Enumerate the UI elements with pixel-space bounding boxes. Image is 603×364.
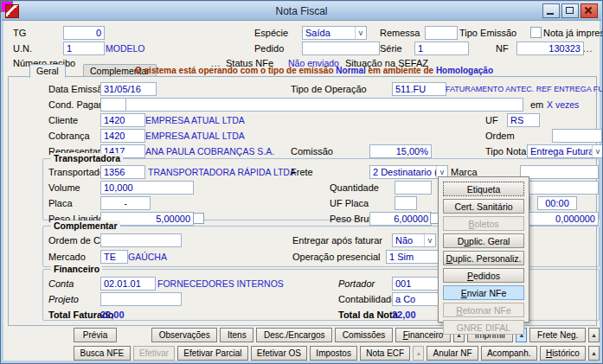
serie-field[interactable]: 1 — [414, 42, 469, 55]
cobranca-code-field[interactable]: 1420 — [100, 129, 145, 143]
uf-label: UF — [485, 115, 498, 126]
frete-neg-button[interactable]: Frete Neg. — [529, 328, 586, 342]
itens-button[interactable]: Itens — [220, 328, 253, 342]
popup-item-label: plic. Geral — [469, 236, 510, 246]
busca-nfe-button[interactable]: Busca NFE — [74, 346, 131, 361]
representante-name: ANA PAULA COBRANÇAS S.A. — [145, 146, 274, 157]
frete-neg-menu-arrow-icon[interactable]: ▲ — [588, 328, 600, 342]
popup-item-duplic-personaliz[interactable]: Duplic. Personaliz. — [443, 251, 524, 265]
conta-label: Conta — [48, 278, 74, 290]
historico-menu-arrow-icon[interactable]: ▲ — [588, 346, 600, 361]
popup-item-accel: R — [456, 305, 463, 316]
uf-field[interactable]: RS — [507, 113, 540, 127]
mercado-label: Mercado — [48, 252, 86, 263]
total-faturado-value: 22,00 — [100, 310, 125, 321]
popup-item-label: edidos — [473, 271, 500, 281]
maximize-button[interactable] — [561, 3, 579, 18]
projeto-field[interactable] — [100, 292, 182, 306]
impostos-button[interactable]: Impostos — [310, 346, 357, 361]
transportadora-name: TRANSPORTADORA RÁPIDA LTDA — [148, 167, 296, 178]
remessa-label: Remessa — [380, 28, 420, 39]
peso-liquido-checkbox[interactable] — [193, 213, 204, 224]
tab-geral[interactable]: Geral — [29, 64, 66, 78]
popup-item-duplic-geral[interactable]: Duplic. Geral — [443, 233, 524, 248]
tg-field[interactable]: 0 — [63, 26, 105, 40]
comissao-field[interactable]: 15,00% — [369, 144, 432, 158]
placa-field[interactable]: - — [100, 196, 151, 210]
transportadora-code-field[interactable]: 1356 — [100, 165, 145, 179]
close-button[interactable] — [581, 3, 598, 18]
tipo-nota-combobox[interactable]: Entrega Futura v — [527, 144, 603, 158]
volume-field[interactable]: 10,000 — [100, 181, 194, 195]
nota-ja-impressa-checkbox[interactable] — [530, 27, 542, 38]
cliente-code-field[interactable]: 1420 — [100, 113, 145, 127]
especie-combobox[interactable]: Saída v — [302, 26, 367, 40]
hora-field[interactable]: 00:00 — [537, 196, 577, 210]
anular-nf-button[interactable]: Anular NF — [427, 346, 478, 361]
previa-button[interactable]: Prévia — [74, 328, 117, 342]
conta-field[interactable]: 02.01.01 — [100, 277, 156, 291]
mercado-field[interactable]: TE — [100, 250, 128, 264]
popup-item-etiqueta[interactable]: Etiqueta — [443, 182, 524, 196]
popup-item-label: uplic. Personaliz. — [452, 253, 521, 264]
remessa-field[interactable] — [425, 26, 458, 40]
cond-pagamento-code-field[interactable] — [100, 98, 128, 112]
marca-field[interactable] — [520, 165, 599, 179]
ordem-compra-field[interactable] — [100, 233, 182, 247]
button-label: Efetivar Parcial — [183, 348, 241, 358]
mercado-desc: GAÚCHA — [128, 252, 167, 263]
placa-label: Placa — [48, 198, 73, 209]
nf-field[interactable]: 130323 — [516, 42, 584, 55]
button-label: Impostos — [316, 348, 351, 358]
chevron-down-icon[interactable]: v — [592, 145, 603, 157]
entregar-apos-faturar-label: Entregar após faturar — [292, 235, 382, 246]
em-label: em — [530, 99, 543, 111]
frete-combobox[interactable]: 2 Destinatario (FOB v — [369, 165, 448, 179]
quantidade-field[interactable] — [395, 181, 432, 195]
operacao-presencial-label: Operação presencial — [292, 252, 381, 263]
un-field[interactable]: 1 — [63, 42, 105, 55]
chevron-down-icon[interactable]: v — [355, 27, 366, 39]
desc-encargos-button[interactable]: Desc./Encargos — [256, 328, 332, 342]
popup-item-enviar-nfe[interactable]: Enviar NFe — [443, 285, 524, 300]
vezes-value: X vezes — [547, 99, 579, 111]
message-part1: O sistema está operando com o tipo de em… — [135, 66, 336, 75]
portador-field[interactable]: 001 — [392, 277, 444, 291]
uf-placa-field[interactable] — [395, 196, 417, 210]
nota-fiscal-window: Nota Fiscal TG 0 Espécie Saída v Remessa… — [0, 0, 603, 364]
button-accel: H — [546, 348, 552, 358]
popup-item-label: Etiqueta — [467, 184, 501, 195]
efetivar-parcial-button[interactable]: Efetivar Parcial — [177, 346, 248, 361]
nf-lookup-button[interactable]: ... — [583, 44, 593, 54]
chevron-down-icon[interactable]: v — [424, 234, 435, 246]
quantidade-label: Quantidade — [330, 182, 379, 194]
ordem-label: Ordem — [485, 131, 515, 142]
volume-right-field[interactable] — [527, 181, 599, 195]
efetivar-button: Efetivar — [133, 346, 175, 361]
frete-value: 2 Destinatario (FOB — [373, 166, 436, 178]
pedido-field[interactable] — [302, 42, 380, 55]
peso-extra-field[interactable]: 0,000000 — [520, 212, 599, 226]
ordem-field[interactable] — [552, 129, 602, 143]
entregar-apos-faturar-combobox[interactable]: Não v — [392, 233, 436, 247]
minimize-button[interactable] — [542, 3, 560, 18]
popup-item-label: nviar NFe — [467, 288, 507, 298]
cobranca-name: EMPRESA ATUAL LTDA — [145, 131, 245, 142]
popup-item-cert-sanitario[interactable]: Cert. Sanitário — [443, 199, 524, 214]
cond-pagamento-desc-field[interactable] — [125, 98, 523, 112]
observacoes-button[interactable]: Observações — [151, 328, 217, 342]
popup-item-pedidos[interactable]: Pedidos — [443, 268, 524, 283]
nota-ecf-button[interactable]: Nota ECF — [360, 346, 410, 361]
tipo-emissao-label: Tipo Emissão — [459, 28, 516, 39]
acompanh-button[interactable]: Acompanh. — [481, 346, 537, 361]
historico-button[interactable]: Histórico — [540, 346, 586, 361]
tipo-operacao-label: Tipo de Operação — [291, 84, 367, 95]
efetivar-os-button[interactable]: Efetivar OS — [251, 346, 308, 361]
data-emissao-field[interactable]: 31/05/16 — [100, 82, 157, 96]
app-icon — [5, 4, 19, 18]
projeto-label: Projeto — [48, 294, 79, 305]
tipo-operacao-field[interactable]: 511.FU — [392, 82, 446, 96]
comissoes-button[interactable]: Comissões — [335, 328, 393, 342]
peso-bruto-field[interactable]: 6,00000 — [369, 212, 432, 226]
complementar-group-title: Complementar — [51, 220, 120, 231]
